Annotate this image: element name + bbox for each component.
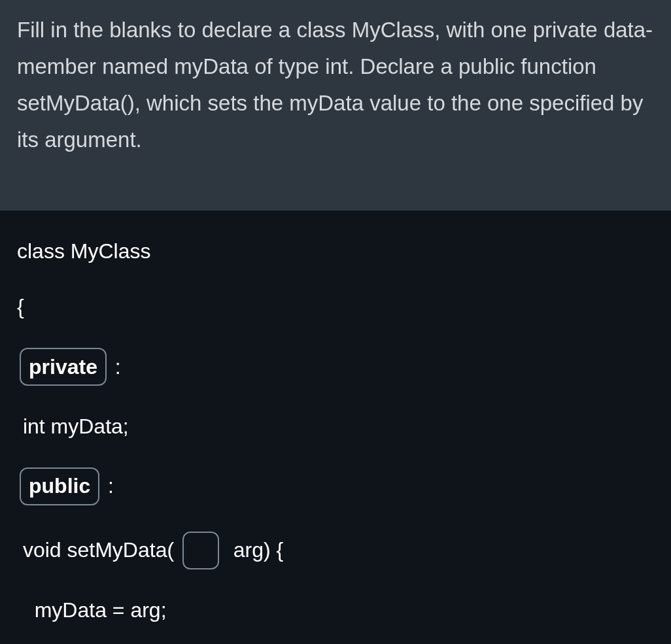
code-text: : [109,352,121,382]
blank-input-private[interactable]: private [20,348,107,386]
code-line-3: private : [17,348,654,386]
code-text: : [102,471,114,501]
code-text: void setMyData( [17,535,180,565]
question-text: Fill in the blanks to declare a class My… [17,18,653,152]
question-panel: Fill in the blanks to declare a class My… [0,0,671,211]
blank-input-public[interactable]: public [20,467,99,505]
code-line-5: public : [17,467,654,505]
code-text: myData = arg; [17,596,167,625]
code-line-2: { [17,292,654,322]
code-text: class MyClass [17,237,150,266]
code-panel: class MyClass { private : int myData; pu… [0,211,671,644]
code-line-6: void setMyData( arg) { [17,532,654,569]
blank-input-arg-type[interactable] [182,532,219,569]
code-line-1: class MyClass [17,237,654,266]
code-text: int myData; [17,412,129,441]
code-line-7: myData = arg; [17,596,654,625]
code-text: { [17,292,24,322]
code-line-4: int myData; [17,412,654,441]
code-text: arg) { [222,535,283,565]
